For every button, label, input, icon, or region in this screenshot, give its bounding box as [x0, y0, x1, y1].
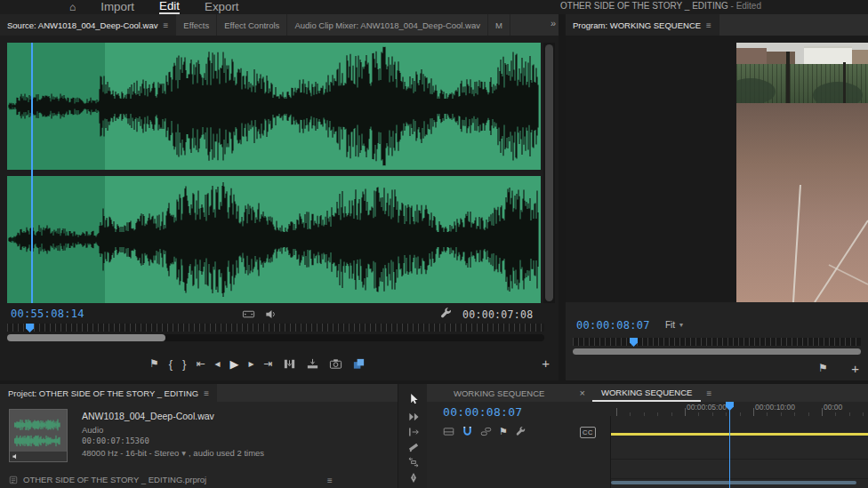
project-file-label: OTHER SIDE OF THE STORY _ EDITING.prproj	[23, 475, 206, 484]
go-to-out-button[interactable]: ⇥	[264, 358, 273, 369]
program-playhead-handle[interactable]	[630, 338, 638, 347]
project-footer: OTHER SIDE OF THE STORY _ EDITING.prproj	[9, 474, 206, 485]
pen-tool[interactable]	[407, 472, 419, 484]
insert-button[interactable]	[283, 357, 296, 371]
source-playhead-line[interactable]	[31, 43, 33, 303]
tab-sequence-label: WORKING SEQUENCE	[601, 388, 692, 397]
timeline-panel: WORKING SEQUENCE × WORKING SEQUENCE ≡ 00…	[427, 384, 868, 488]
add-marker-button[interactable]: ⚑	[818, 363, 828, 373]
timeline-playhead-line[interactable]	[729, 402, 730, 488]
tab-sequence-active[interactable]: WORKING SEQUENCE	[592, 384, 701, 402]
source-playhead-handle[interactable]	[26, 324, 34, 332]
drag-audio-only-icon[interactable]	[264, 308, 277, 321]
zoom-scrollbar-thumb[interactable]	[7, 334, 165, 341]
play-button[interactable]: ▶	[230, 358, 239, 370]
chevron-down-icon[interactable]: ▾	[181, 448, 186, 458]
mark-out-button[interactable]: }	[182, 358, 186, 370]
source-current-timecode[interactable]: 00:55:08:14	[11, 308, 84, 320]
tab-project[interactable]: Project: OTHER SIDE OF THE STORY _ EDITI…	[0, 384, 217, 402]
timeline-horizontal-scrollbar[interactable]	[611, 481, 856, 484]
add-marker-icon[interactable]: ⚑	[499, 427, 508, 436]
program-current-timecode[interactable]: 00:00:08:07	[576, 319, 650, 332]
drag-audio-only-button[interactable]	[352, 357, 366, 371]
menu-edit[interactable]: Edit	[159, 0, 180, 14]
program-transport-bar: ⚑ +	[566, 357, 868, 380]
source-duration-timecode: 00:00:07:08	[462, 308, 533, 321]
waveform-display[interactable]: L R	[7, 43, 541, 303]
menu-export[interactable]: Export	[205, 1, 239, 13]
home-icon[interactable]: ⌂	[69, 2, 76, 12]
clip-metadata[interactable]: ANW1018_004_Deep-Cool.wav Audio 00:00:07…	[82, 411, 264, 459]
panel-menu-icon[interactable]: ≡	[164, 20, 169, 30]
step-back-button[interactable]: ◂	[215, 358, 221, 369]
timeline-settings-wrench-icon[interactable]	[515, 426, 526, 437]
slip-tool[interactable]	[407, 457, 419, 468]
tab-overflow-icon[interactable]: »	[551, 18, 556, 28]
clip-thumbnail[interactable]	[9, 409, 68, 462]
captions-badge[interactable]: CC	[580, 427, 596, 438]
panel-menu-icon[interactable]: ≡	[706, 20, 711, 30]
video-preview	[736, 43, 868, 302]
close-icon[interactable]: ×	[580, 388, 585, 398]
razor-tool[interactable]	[407, 442, 419, 452]
tab-program-label: Program: WORKING SEQUENCE	[573, 20, 701, 30]
menu-import[interactable]: Import	[100, 1, 134, 13]
tools-panel	[398, 384, 429, 488]
clip-format: 48000 Hz - 16-bit - Stereo	[82, 448, 179, 458]
source-vertical-scrollbar[interactable]	[543, 43, 555, 303]
timeline-ruler[interactable]: 00:00:05:00 00:00:10:00 00:00	[610, 402, 868, 416]
add-marker-button[interactable]: ⚑	[149, 358, 159, 369]
settings-wrench-icon[interactable]	[439, 307, 453, 320]
panel-menu-icon[interactable]: ≡	[204, 388, 209, 398]
document-title-text: OTHER SIDE OF THE STORY _ EDITING	[560, 1, 728, 11]
waveform-left-channel[interactable]: L	[7, 43, 541, 170]
program-zoom-scrollbar[interactable]	[573, 348, 861, 355]
clip-kind: Audio	[82, 424, 264, 436]
timeline-tabbar: WORKING SEQUENCE × WORKING SEQUENCE ≡	[427, 384, 868, 402]
panel-menu-icon[interactable]: ≡	[706, 388, 711, 398]
timeline-current-timecode[interactable]: 00:00:08:07	[443, 405, 522, 419]
sequence-icon[interactable]	[443, 426, 454, 437]
tab-effects[interactable]: Effects	[176, 14, 217, 36]
project-panel: Project: OTHER SIDE OF THE STORY _ EDITI…	[0, 384, 398, 488]
linked-selection-icon[interactable]	[480, 426, 492, 437]
tab-audio-clip-mixer[interactable]: Audio Clip Mixer: ANW1018_004_Deep-Cool.…	[287, 14, 488, 36]
overwrite-button[interactable]	[306, 357, 319, 371]
scrollbar-thumb[interactable]	[545, 44, 553, 301]
drag-media-icons	[242, 308, 277, 321]
program-scrub-ruler[interactable]	[573, 338, 861, 346]
program-timecode-row: 00:00:08:07 Fit ▾	[566, 318, 868, 332]
ruler-label: 00:00:05:00	[687, 403, 727, 412]
button-editor-plus[interactable]: +	[542, 356, 550, 371]
source-zoom-scrollbar[interactable]	[7, 334, 544, 341]
tab-source-clip[interactable]: Source: ANW1018_004_Deep-Cool.wav ≡	[0, 14, 176, 36]
source-timecode-row: 00:55:08:14 00:00:07:08	[0, 306, 559, 322]
export-frame-camera-icon[interactable]	[329, 357, 342, 371]
clip-usage: , audio used 2 times	[189, 448, 264, 458]
thumbnail-waveform	[14, 419, 60, 431]
tab-sequence-inactive[interactable]: WORKING SEQUENCE ×	[446, 384, 592, 402]
drag-video-only-icon[interactable]	[242, 308, 255, 321]
go-to-in-button[interactable]: ⇤	[196, 358, 205, 369]
ripple-edit-tool[interactable]	[407, 427, 419, 437]
waveform-left-svg	[7, 43, 541, 170]
panel-menu-icon[interactable]: ≡	[327, 476, 333, 485]
program-viewer	[566, 36, 868, 302]
tab-effect-controls[interactable]: Effect Controls	[217, 14, 287, 36]
mark-in-button[interactable]: {	[169, 358, 173, 370]
zoom-scrollbar-thumb[interactable]	[573, 348, 861, 355]
snap-magnet-icon[interactable]	[462, 426, 473, 437]
track-select-forward-tool[interactable]	[407, 412, 419, 422]
source-scrub-ruler[interactable]	[7, 324, 544, 332]
ruler-label: 00:00:10:00	[755, 403, 795, 412]
button-editor-plus[interactable]: +	[851, 361, 859, 376]
track-divider	[611, 478, 868, 479]
zoom-level-select[interactable]: Fit ▾	[665, 320, 683, 330]
step-forward-button[interactable]: ▸	[249, 358, 254, 369]
waveform-right-channel[interactable]: R	[7, 176, 541, 303]
zoom-level-value: Fit	[665, 320, 675, 330]
program-tabbar: Program: WORKING SEQUENCE ≡	[566, 14, 868, 36]
tab-metadata-truncated[interactable]: M	[488, 14, 510, 36]
selection-tool[interactable]	[407, 393, 419, 405]
tab-program[interactable]: Program: WORKING SEQUENCE ≡	[566, 14, 719, 36]
